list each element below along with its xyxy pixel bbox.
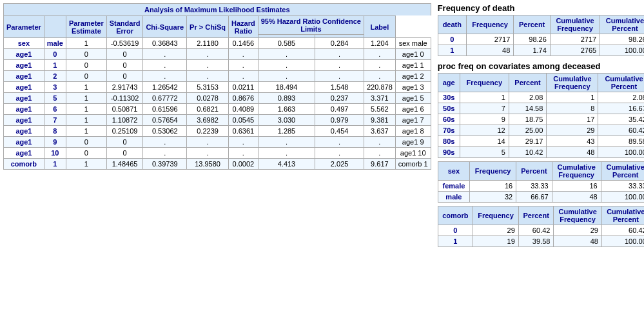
cell-value: 29 (473, 225, 519, 236)
param-estimate: 0 (106, 49, 143, 60)
chi-square: 0.6821 (187, 104, 229, 115)
cell-value: 60.42 (598, 125, 644, 136)
upper-limit: . (364, 60, 396, 71)
cell-value: 1.74 (514, 45, 551, 56)
row-label: comorb 1 (395, 159, 431, 170)
row-key: 30s (438, 92, 460, 103)
std-error: 0.67772 (143, 93, 187, 104)
param-sub: 8 (44, 126, 66, 137)
df-value: 1 (66, 159, 106, 170)
upper-limit: 1.204 (364, 38, 396, 49)
col-header: CumulativePercent (598, 74, 644, 92)
chi-square: 13.9580 (187, 159, 229, 170)
cell-value: 16 (470, 181, 516, 192)
col-parameter: Parameter (4, 16, 44, 38)
chi-square: 5.3153 (187, 82, 229, 93)
chi-square: . (187, 49, 229, 60)
col-df (44, 16, 66, 38)
df-value: 0 (66, 148, 106, 159)
hazard-ratio: . (258, 148, 315, 159)
row-label: age1 10 (395, 148, 431, 159)
cell-value: 98.26 (600, 34, 644, 45)
lower-limit: . (315, 148, 364, 159)
df-value: 1 (66, 38, 106, 49)
param-sub: 0 (44, 49, 66, 60)
pr-chisq: . (229, 71, 259, 82)
cell-value: 9 (460, 114, 509, 125)
col-header: CumulativeFrequency (550, 15, 600, 34)
std-error: 0.53062 (143, 126, 187, 137)
col-header: Frequency (470, 162, 516, 181)
param-name: age1 (4, 82, 44, 93)
cell-value: 18.75 (509, 114, 547, 125)
df-value: 1 (66, 82, 106, 93)
col-header: sex (438, 162, 470, 181)
std-error: . (143, 71, 187, 82)
param-name: age1 (4, 49, 44, 60)
param-name: age1 (4, 148, 44, 159)
col-header: Percent (509, 74, 547, 92)
col-header: age (438, 74, 460, 92)
param-estimate: 0.25109 (106, 126, 143, 137)
param-sub: 2 (44, 71, 66, 82)
df-value: 1 (66, 93, 106, 104)
cell-value: 43 (547, 136, 598, 147)
cell-value: 7 (460, 103, 509, 114)
cell-value: 39.58 (518, 236, 554, 247)
cell-value: 16 (552, 181, 601, 192)
upper-limit: . (364, 148, 396, 159)
df-value: 1 (66, 115, 106, 126)
cell-value: 1 (547, 92, 598, 103)
hazard-ratio: . (258, 71, 315, 82)
sex-freq-table: sexFrequencyPercentCumulativeFrequencyCu… (438, 161, 644, 203)
cell-value: 17 (547, 114, 598, 125)
cell-value: 60.42 (601, 225, 644, 236)
hazard-ratio: . (258, 60, 315, 71)
row-key: 80s (438, 136, 460, 147)
param-name: age1 (4, 115, 44, 126)
row-label: age1 8 (395, 126, 431, 137)
param-sub: 9 (44, 137, 66, 148)
row-key: 1 (438, 236, 473, 247)
param-estimate: 2.91743 (106, 82, 143, 93)
upper-limit: 220.878 (364, 82, 396, 93)
hazard-ratio: 3.030 (258, 115, 315, 126)
cell-value: 14.58 (509, 103, 547, 114)
lower-limit: . (315, 49, 364, 60)
row-label: age1 7 (395, 115, 431, 126)
df-value: 0 (66, 49, 106, 60)
cell-value: 19 (473, 236, 519, 247)
hazard-ratio: . (258, 137, 315, 148)
col-label: Label (364, 16, 396, 38)
left-panel: Analysis of Maximum Likelihood Estimates… (3, 3, 431, 250)
df-value: 0 (66, 60, 106, 71)
col-header: Frequency (460, 74, 509, 92)
cell-value: 32 (470, 192, 516, 203)
row-key: 90s (438, 147, 460, 158)
param-sub: 5 (44, 93, 66, 104)
lower-limit: 0.497 (315, 104, 364, 115)
hazard-ratio: 0.893 (258, 93, 315, 104)
std-error: 0.57654 (143, 115, 187, 126)
row-key: 0 (438, 34, 466, 45)
cell-value: 29.17 (509, 136, 547, 147)
col-pr-chisq: Pr > ChiSq (187, 16, 229, 38)
death-freq-title: Frequency of death (438, 3, 644, 13)
df-value: 0 (66, 137, 106, 148)
cell-value: 48 (554, 236, 602, 247)
param-sub: 1 (44, 60, 66, 71)
lower-limit: 0.284 (315, 38, 364, 49)
param-name: age1 (4, 126, 44, 137)
row-key: 0 (438, 225, 473, 236)
upper-limit: . (364, 49, 396, 60)
upper-limit: 9.381 (364, 115, 396, 126)
lower-limit: . (315, 60, 364, 71)
cell-value: 60.42 (518, 225, 554, 236)
pr-chisq: 0.4089 (229, 104, 259, 115)
std-error: 0.61596 (143, 104, 187, 115)
df-value: 1 (66, 104, 106, 115)
df-value: 0 (66, 71, 106, 82)
std-error: . (143, 137, 187, 148)
col-header: Frequency (473, 206, 519, 225)
row-label: age1 2 (395, 71, 431, 82)
